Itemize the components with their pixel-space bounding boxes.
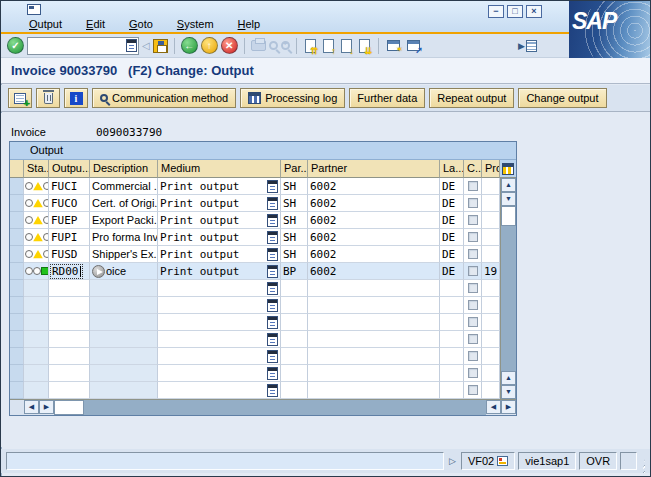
table-empty-row[interactable]: [10, 314, 500, 331]
description-cell[interactable]: Shipper's Ex...: [90, 246, 158, 263]
column-header-partner-function[interactable]: Par...: [281, 160, 308, 178]
table-config-corner[interactable]: [500, 160, 516, 178]
communication-method-button[interactable]: Communication method: [92, 88, 236, 108]
table-row[interactable]: FUCO Cert. of Origi... Print output SH 6…: [10, 195, 500, 212]
change-cell[interactable]: [464, 365, 482, 382]
language-cell[interactable]: [440, 331, 464, 348]
partner-cell[interactable]: [308, 365, 440, 382]
change-cell[interactable]: [464, 212, 482, 229]
medium-cell[interactable]: Print output: [158, 178, 281, 195]
language-cell[interactable]: [440, 280, 464, 297]
medium-dropdown-icon[interactable]: [267, 282, 278, 295]
table-empty-row[interactable]: [10, 348, 500, 365]
partner-function-cell[interactable]: [281, 331, 308, 348]
language-cell[interactable]: [440, 314, 464, 331]
language-cell[interactable]: [440, 297, 464, 314]
medium-cell[interactable]: [158, 314, 281, 331]
partner-function-cell[interactable]: [281, 297, 308, 314]
partner-function-cell[interactable]: [281, 280, 308, 297]
language-cell[interactable]: DE: [440, 195, 464, 212]
partner-function-cell[interactable]: SH: [281, 178, 308, 195]
further-data-button[interactable]: Further data: [349, 88, 425, 108]
change-checkbox[interactable]: [468, 249, 478, 259]
partner-function-cell[interactable]: SH: [281, 229, 308, 246]
change-checkbox[interactable]: [468, 198, 478, 208]
medium-dropdown-icon[interactable]: [267, 333, 278, 346]
change-cell[interactable]: [464, 195, 482, 212]
medium-cell[interactable]: [158, 331, 281, 348]
table-row[interactable]: FUCI Commercial ... Print output SH 6002…: [10, 178, 500, 195]
table-row[interactable]: RD00 oice Print output BP 6002 DE 19.: [10, 263, 500, 280]
vertical-scrollbar-thumb[interactable]: [501, 206, 516, 226]
row-selector[interactable]: [10, 365, 24, 382]
language-cell[interactable]: DE: [440, 178, 464, 195]
partner-cell[interactable]: [308, 382, 440, 399]
menu-help[interactable]: Help: [238, 18, 261, 30]
back-icon[interactable]: ←: [181, 37, 198, 54]
medium-dropdown-icon[interactable]: [267, 231, 278, 244]
medium-dropdown-icon[interactable]: [267, 197, 278, 210]
output-type-cell[interactable]: RD00: [49, 263, 90, 280]
output-type-cell[interactable]: [49, 348, 90, 365]
partner-function-cell[interactable]: [281, 365, 308, 382]
table-row[interactable]: FUPI Pro forma Inv... Print output SH 60…: [10, 229, 500, 246]
change-cell[interactable]: [464, 263, 482, 280]
menu-system[interactable]: System: [177, 18, 214, 30]
output-type-cell[interactable]: FUSD: [49, 246, 90, 263]
change-checkbox[interactable]: [468, 317, 478, 327]
menu-output[interactable]: Output: [29, 18, 62, 30]
language-cell[interactable]: DE: [440, 263, 464, 280]
partner-cell[interactable]: 6002: [308, 263, 440, 280]
scroll-right-button-left[interactable]: ▶: [39, 400, 54, 414]
collapse-toolbar-icon[interactable]: ◁: [142, 40, 150, 51]
scroll-right-button[interactable]: ▶: [501, 400, 516, 414]
menu-edit[interactable]: Edit: [86, 18, 105, 30]
language-cell[interactable]: [440, 382, 464, 399]
table-row[interactable]: FUEP Export Packi... Print output SH 600…: [10, 212, 500, 229]
description-cell[interactable]: Commercial ...: [90, 178, 158, 195]
row-selector[interactable]: [10, 331, 24, 348]
column-header-selector[interactable]: [10, 160, 24, 178]
change-checkbox[interactable]: [468, 334, 478, 344]
change-checkbox[interactable]: [468, 232, 478, 242]
column-header-output-type[interactable]: Outpu...: [49, 160, 90, 178]
description-cell[interactable]: oice: [90, 263, 158, 280]
horizontal-scrollbar-track[interactable]: [54, 400, 486, 415]
output-type-cell[interactable]: [49, 365, 90, 382]
partner-cell[interactable]: 6002: [308, 195, 440, 212]
close-button[interactable]: ×: [526, 5, 542, 18]
menu-goto[interactable]: Goto: [129, 18, 153, 30]
transaction-cell[interactable]: VF02: [461, 452, 515, 470]
partner-function-cell[interactable]: [281, 348, 308, 365]
change-checkbox[interactable]: [468, 351, 478, 361]
partner-cell[interactable]: 6002: [308, 178, 440, 195]
language-cell[interactable]: [440, 365, 464, 382]
horizontal-scrollbar-thumb[interactable]: [54, 400, 84, 415]
medium-cell[interactable]: Print output: [158, 246, 281, 263]
output-type-cell[interactable]: [49, 382, 90, 399]
row-selector[interactable]: [10, 280, 24, 297]
status-message-field[interactable]: [6, 452, 444, 470]
vertical-scrollbar-track[interactable]: [501, 226, 516, 371]
medium-dropdown-icon[interactable]: [267, 248, 278, 261]
partner-cell[interactable]: [308, 297, 440, 314]
resize-grip[interactable]: [642, 459, 645, 473]
save-icon[interactable]: [153, 39, 168, 53]
last-page-icon[interactable]: ⇊: [359, 39, 370, 53]
previous-page-icon[interactable]: ↑: [323, 39, 334, 53]
partner-function-cell[interactable]: [281, 314, 308, 331]
create-shortcut-icon[interactable]: ➚: [407, 40, 420, 51]
table-empty-row[interactable]: [10, 297, 500, 314]
medium-cell[interactable]: Print output: [158, 212, 281, 229]
change-cell[interactable]: [464, 314, 482, 331]
scroll-left-button-right[interactable]: ◀: [486, 400, 501, 414]
partner-cell[interactable]: [308, 314, 440, 331]
insert-line-button[interactable]: [8, 88, 32, 108]
medium-dropdown-icon[interactable]: [267, 299, 278, 312]
medium-cell[interactable]: Print output: [158, 229, 281, 246]
medium-dropdown-icon[interactable]: [267, 384, 278, 397]
output-type-cell[interactable]: FUPI: [49, 229, 90, 246]
change-cell[interactable]: [464, 280, 482, 297]
maximize-button[interactable]: □: [507, 5, 523, 18]
delete-line-button[interactable]: [36, 88, 60, 108]
